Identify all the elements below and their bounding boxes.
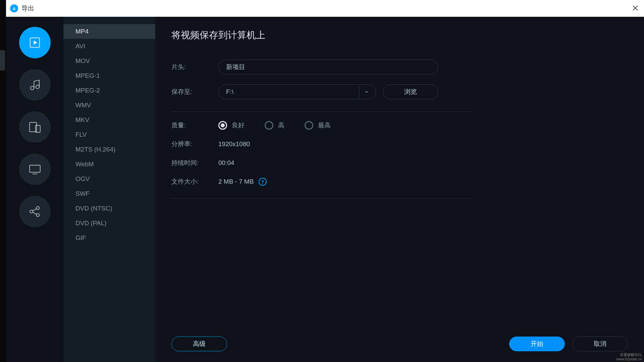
format-ogv[interactable]: OGV <box>63 172 155 186</box>
svg-line-15 <box>33 208 37 211</box>
title-label: 片头: <box>171 63 218 71</box>
app-icon <box>10 4 18 12</box>
row-resolution: 分辨率: 644x362 <box>171 140 483 148</box>
title-input[interactable]: 新项目 <box>218 60 438 74</box>
resolution-label: 分辨率: <box>171 140 218 148</box>
svg-rect-1 <box>13 9 15 10</box>
saveto-label: 保存至: <box>171 87 218 96</box>
radio-dot-icon <box>305 121 313 130</box>
radio-dot-icon <box>265 121 273 130</box>
play-icon <box>28 36 42 50</box>
titlebar: 导出 <box>6 0 483 17</box>
main-panel: 将视频保存到计算机上 片头: 新项目 保存至: F:\ 浏览 质量: 良好高最 <box>155 17 483 272</box>
svg-point-6 <box>30 86 34 90</box>
quality-radiogroup: 良好高最高 <box>218 121 331 130</box>
format-mov[interactable]: MOV <box>63 54 155 68</box>
format-flv[interactable]: FLV <box>63 127 155 142</box>
format-dvd-ntsc-[interactable]: DVD (NTSC) <box>63 201 155 216</box>
saveto-value: F:\ <box>226 88 233 96</box>
format-mpeg-1[interactable]: MPEG-1 <box>63 68 155 83</box>
format-mp4[interactable]: MP4 <box>63 24 155 39</box>
quality-option-0[interactable]: 良好 <box>218 121 245 130</box>
format-webm[interactable]: WebM <box>63 157 155 172</box>
dialog-body: MP4AVIMOVMPEG-1MPEG-2WMVMKVFLVM2TS (H.26… <box>6 17 483 272</box>
format-swf[interactable]: SWF <box>63 186 155 201</box>
svg-point-13 <box>36 206 39 209</box>
share-icon <box>28 204 42 219</box>
row-title: 片头: 新项目 <box>171 60 483 74</box>
quality-option-2[interactable]: 最高 <box>305 121 331 130</box>
format-mkv[interactable]: MKV <box>63 113 155 127</box>
duration-label: 持续时间: <box>171 159 218 167</box>
category-share[interactable] <box>19 196 51 227</box>
divider <box>171 111 473 112</box>
saveto-combo[interactable]: F:\ <box>218 84 376 99</box>
svg-marker-5 <box>34 41 37 45</box>
export-dialog: 导出 MP4AVIMOVMPEG-1MPEG-2WMVMKVFLVM2TS (H… <box>6 0 483 272</box>
filesize-label: 文件大小: <box>171 177 218 186</box>
format-wmv[interactable]: WMV <box>63 98 155 113</box>
monitor-icon <box>28 162 42 176</box>
quality-option-label: 最高 <box>318 121 331 130</box>
category-device[interactable] <box>19 111 51 143</box>
row-filesize: 文件大小: 2 MB - 7 MB ? <box>171 177 483 186</box>
quality-option-1[interactable]: 高 <box>265 121 284 130</box>
format-list: MP4AVIMOVMPEG-1MPEG-2WMVMKVFLVM2TS (H.26… <box>63 17 155 272</box>
filesize-value: 2 MB - 7 MB <box>218 178 254 185</box>
svg-rect-10 <box>30 165 40 172</box>
format-avi[interactable]: AVI <box>63 39 155 54</box>
resolution-value: 644x362 <box>218 140 250 148</box>
row-saveto: 保存至: F:\ 浏览 <box>171 84 483 99</box>
duration-value: 00:04 <box>218 159 234 167</box>
svg-point-14 <box>36 214 39 217</box>
quality-label: 质量: <box>171 121 218 130</box>
svg-point-7 <box>36 85 39 89</box>
quality-option-label: 良好 <box>232 121 245 130</box>
page-title: 将视频保存到计算机上 <box>171 29 483 42</box>
title-value: 新项目 <box>226 63 245 71</box>
help-icon[interactable]: ? <box>259 178 267 186</box>
radio-dot-icon <box>218 121 227 130</box>
svg-line-16 <box>33 212 37 215</box>
devices-icon <box>28 120 42 134</box>
row-duration: 持续时间: 00:04 <box>171 159 483 167</box>
svg-rect-9 <box>35 125 40 132</box>
category-audio[interactable] <box>19 69 51 101</box>
format-m2ts-h-264-[interactable]: M2TS (H.264) <box>63 142 155 157</box>
browse-button[interactable]: 浏览 <box>383 84 438 99</box>
format-dvd-pal-[interactable]: DVD (PAL) <box>63 216 155 231</box>
row-quality: 质量: 良好高最高 <box>171 121 483 130</box>
category-video[interactable] <box>19 27 51 58</box>
svg-point-12 <box>30 210 33 213</box>
format-mpeg-2[interactable]: MPEG-2 <box>63 83 155 98</box>
category-sidebar <box>6 17 63 272</box>
chevron-down-icon <box>359 86 374 98</box>
format-gif[interactable]: GIF <box>63 231 155 245</box>
window-title: 导出 <box>21 4 34 13</box>
music-icon <box>28 78 42 92</box>
quality-option-label: 高 <box>278 121 284 130</box>
divider <box>171 198 473 198</box>
svg-point-0 <box>13 7 15 8</box>
category-tv[interactable] <box>19 154 51 185</box>
